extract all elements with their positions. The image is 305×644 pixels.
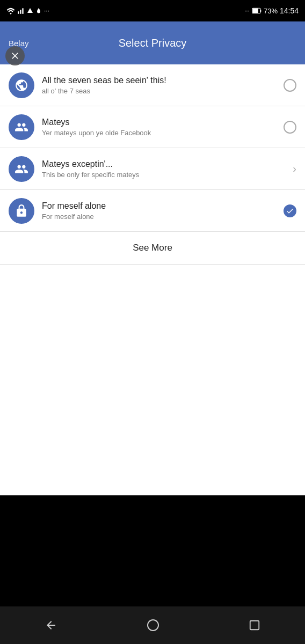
recents-square-icon <box>249 619 260 631</box>
friends-option-control <box>284 121 296 134</box>
back-nav-icon <box>45 619 57 632</box>
public-option-text: All the seven seas be seein' this! all o… <box>42 75 278 96</box>
friends-option-subtitle: Yer mateys upon ye olde Facebook <box>42 129 278 137</box>
svg-rect-3 <box>22 8 23 13</box>
privacy-option-friends[interactable]: Mateys Yer mateys upon ye olde Facebook <box>0 106 305 148</box>
svg-rect-9 <box>250 621 259 630</box>
svg-rect-7 <box>252 9 258 13</box>
dialog: Belay Select Privacy All the seven seas … <box>0 21 305 495</box>
friends-except-option-title: Mateys exceptin'... <box>42 159 287 170</box>
only-me-option-title: For meself alone <box>42 201 278 212</box>
svg-rect-1 <box>18 11 19 14</box>
back-nav-button[interactable] <box>34 613 68 637</box>
home-circle-icon <box>147 619 159 632</box>
flame-icon <box>35 7 42 14</box>
friends-except-icon <box>14 162 28 176</box>
signal-icon <box>17 7 25 14</box>
empty-content-area <box>0 265 305 495</box>
friends-except-icon-container <box>9 156 34 182</box>
svg-marker-4 <box>27 8 33 13</box>
only-me-option-text: For meself alone For meself alone <box>42 201 278 221</box>
close-icon <box>10 50 20 61</box>
recents-nav-button[interactable] <box>238 614 271 636</box>
svg-point-8 <box>148 620 158 631</box>
friends-icon-container <box>9 114 34 140</box>
home-nav-button[interactable] <box>136 613 170 637</box>
dots-icon: ··· <box>244 7 250 14</box>
close-button[interactable] <box>5 46 25 65</box>
privacy-option-friends-except[interactable]: Mateys exceptin'... This be only fer spe… <box>0 148 305 190</box>
battery-outline-icon <box>252 7 262 14</box>
public-option-title: All the seven seas be seein' this! <box>42 75 278 86</box>
public-option-control <box>284 79 296 92</box>
svg-point-0 <box>10 13 12 14</box>
friends-except-option-subtitle: This be only fer specific mateys <box>42 171 287 179</box>
radio-unchecked <box>284 79 296 92</box>
clock: 14:54 <box>280 6 299 15</box>
ellipsis-icon: ··· <box>44 7 49 14</box>
lock-icon-container <box>9 198 34 224</box>
only-me-option-subtitle: For meself alone <box>42 213 278 221</box>
see-more-label: See More <box>133 243 172 253</box>
only-me-option-control <box>284 204 296 217</box>
privacy-option-public[interactable]: All the seven seas be seein' this! all o… <box>0 64 305 106</box>
svg-rect-2 <box>20 10 21 14</box>
globe-icon-container <box>9 72 34 98</box>
dialog-header: Belay Select Privacy <box>0 21 305 64</box>
friends-except-option-control: › <box>293 163 296 175</box>
friends-option-title: Mateys <box>42 117 278 128</box>
privacy-option-only-me[interactable]: For meself alone For meself alone <box>0 190 305 232</box>
dialog-title: Select Privacy <box>119 37 187 49</box>
public-option-subtitle: all o' the 7 seas <box>42 87 278 95</box>
battery-percent: 73% <box>264 7 278 15</box>
privacy-options-list: All the seven seas be seein' this! all o… <box>0 64 305 265</box>
data-icon <box>27 7 33 14</box>
navigation-bar <box>0 606 305 644</box>
globe-icon <box>14 78 28 92</box>
radio-unchecked <box>284 121 296 134</box>
chevron-right-icon: › <box>293 163 296 174</box>
friends-option-text: Mateys Yer mateys upon ye olde Facebook <box>42 117 278 137</box>
status-bar: ··· ··· 73% 14:54 <box>0 0 305 21</box>
status-right: ··· 73% 14:54 <box>244 6 299 15</box>
wifi-icon <box>6 7 15 14</box>
lock-icon <box>14 204 28 218</box>
friends-icon <box>14 120 28 134</box>
friends-except-option-text: Mateys exceptin'... This be only fer spe… <box>42 159 287 179</box>
radio-checked <box>284 204 296 217</box>
status-left: ··· <box>6 7 49 14</box>
svg-rect-6 <box>260 10 261 12</box>
see-more-button[interactable]: See More <box>0 232 305 265</box>
checkmark-icon <box>286 207 294 215</box>
